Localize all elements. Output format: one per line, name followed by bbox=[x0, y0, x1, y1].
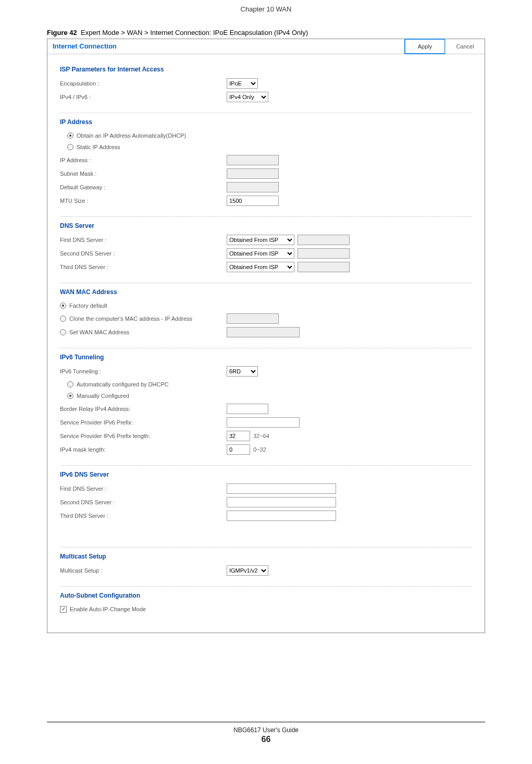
mtu-size-input[interactable] bbox=[227, 196, 279, 206]
sp-prefix-len-label: Service Provider IPv6 Prefix length: bbox=[60, 433, 227, 439]
section-ipv6-dns: IPv6 DNS Server First DNS Server : Secon… bbox=[60, 466, 472, 548]
first-dns-input[interactable] bbox=[298, 235, 350, 245]
ipver-select[interactable]: IPv4 Only bbox=[227, 92, 268, 102]
radio-icon bbox=[67, 144, 73, 150]
radio-factory-label: Factory default bbox=[69, 302, 107, 309]
radio-static[interactable]: Static IP Address bbox=[60, 141, 472, 153]
radio-icon bbox=[67, 381, 73, 387]
radio-static-label: Static IP Address bbox=[77, 144, 120, 150]
multicast-select[interactable]: IGMPv1/v2 bbox=[227, 565, 268, 576]
panel-title: Internet Connection bbox=[47, 39, 405, 54]
section-multicast: Multicast Setup Multicast Setup : IGMPv1… bbox=[60, 548, 472, 587]
clone-mac-ip-input[interactable] bbox=[227, 313, 279, 324]
third-dns-input[interactable] bbox=[298, 262, 350, 272]
section-wan-mac: WAN MAC Address Factory default Clone th… bbox=[60, 283, 472, 348]
radio-factory-default[interactable]: Factory default bbox=[60, 300, 472, 311]
ipv6-third-dns-input[interactable] bbox=[227, 511, 336, 521]
titlebar: Internet Connection Apply Cancel bbox=[47, 39, 485, 54]
section-isp-params: ISP Parameters for Internet Access Encap… bbox=[60, 60, 472, 113]
radio-icon bbox=[67, 393, 73, 399]
border-relay-label: Border Relay IPv4 Address: bbox=[60, 406, 227, 412]
second-dns-label: Second DNS Server : bbox=[60, 250, 227, 257]
cancel-button[interactable]: Cancel bbox=[445, 39, 485, 54]
section-heading-dns: DNS Server bbox=[60, 222, 472, 229]
auto-ip-change-label: Enable Auto-IP-Change Mode bbox=[70, 606, 146, 612]
encapsulation-label: Encapsulation : bbox=[60, 80, 227, 87]
mtu-size-label: MTU Size : bbox=[60, 198, 227, 204]
v4-mask-label: IPv4 mask length: bbox=[60, 446, 227, 453]
section-heading-mac: WAN MAC Address bbox=[60, 288, 472, 296]
encapsulation-select[interactable]: IPoE bbox=[227, 78, 258, 89]
section-heading-tunneling: IPv6 Tunneling bbox=[60, 354, 472, 361]
ipver-label: IPv4 / IPv6 : bbox=[60, 94, 227, 100]
section-heading-autosubnet: Auto-Subnet Configuration bbox=[60, 592, 472, 599]
ipv6-first-dns-label: First DNS Server : bbox=[60, 486, 227, 492]
third-dns-select[interactable]: Obtained From ISP bbox=[227, 262, 294, 272]
sp-prefix-len-hint: 32~64 bbox=[253, 433, 269, 439]
radio-tun-auto[interactable]: Automatically configured by DHCPC bbox=[60, 379, 472, 390]
tunneling-mode-label: IPv6 Tunneling : bbox=[60, 368, 227, 374]
ip-address-label: IP Address : bbox=[60, 157, 227, 163]
footer-guide-title: NBG6617 User's Guide bbox=[0, 726, 532, 734]
figure-caption: Figure 42 Expert Mode > WAN > Internet C… bbox=[47, 29, 485, 37]
radio-icon bbox=[60, 316, 66, 322]
set-wan-mac-input[interactable] bbox=[227, 327, 300, 337]
tunneling-mode-select[interactable]: 6RD bbox=[227, 366, 258, 377]
subnet-mask-label: Subnet Mask : bbox=[60, 171, 227, 177]
page-footer: NBG6617 User's Guide 66 bbox=[0, 722, 532, 755]
radio-setmac-label[interactable]: Set WAN MAC Address bbox=[69, 329, 129, 335]
figure-label: Figure 42 bbox=[47, 29, 77, 37]
radio-tun-manual-label: Manually Configured bbox=[77, 393, 129, 399]
ipv6-first-dns-input[interactable] bbox=[227, 483, 336, 494]
auto-ip-change-checkbox-row[interactable]: Enable Auto-IP-Change Mode bbox=[60, 603, 472, 615]
page-number: 66 bbox=[0, 735, 532, 744]
first-dns-label: First DNS Server : bbox=[60, 237, 227, 243]
third-dns-label: Third DNS Server : bbox=[60, 264, 227, 270]
second-dns-select[interactable]: Obtained From ISP bbox=[227, 248, 294, 259]
radio-tun-manual[interactable]: Manually Configured bbox=[60, 390, 472, 402]
first-dns-select[interactable]: Obtained From ISP bbox=[227, 235, 294, 245]
multicast-label: Multicast Setup : bbox=[60, 567, 227, 574]
sp-prefix-input[interactable] bbox=[227, 417, 300, 428]
section-heading-ipaddr: IP Address bbox=[60, 118, 472, 126]
radio-dhcp-label: Obtain an IP Address Automatically(DHCP) bbox=[77, 132, 186, 139]
apply-button[interactable]: Apply bbox=[404, 39, 446, 54]
section-auto-subnet: Auto-Subnet Configuration Enable Auto-IP… bbox=[60, 587, 472, 623]
ipv6-third-dns-label: Third DNS Server : bbox=[60, 513, 227, 519]
default-gateway-input[interactable] bbox=[227, 182, 279, 192]
section-heading-multicast: Multicast Setup bbox=[60, 553, 472, 560]
internet-connection-panel: Internet Connection Apply Cancel ISP Par… bbox=[47, 39, 485, 633]
sp-prefix-label: Service Provider IPv6 Prefix: bbox=[60, 419, 227, 426]
v4-mask-input[interactable] bbox=[227, 444, 250, 455]
ipv6-second-dns-label: Second DNS Server : bbox=[60, 499, 227, 505]
checkbox-icon bbox=[60, 606, 67, 613]
section-heading-ipv6dns: IPv6 DNS Server bbox=[60, 471, 472, 478]
radio-tun-auto-label: Automatically configured by DHCPC bbox=[77, 381, 169, 387]
second-dns-input[interactable] bbox=[298, 248, 350, 259]
section-ipv6-tunneling: IPv6 Tunneling IPv6 Tunneling : 6RD Auto… bbox=[60, 348, 472, 466]
radio-clone-label[interactable]: Clone the computer's MAC address - IP Ad… bbox=[69, 316, 192, 322]
border-relay-input[interactable] bbox=[227, 404, 268, 414]
ip-address-input[interactable] bbox=[227, 155, 279, 165]
radio-icon bbox=[60, 329, 66, 335]
radio-dhcp[interactable]: Obtain an IP Address Automatically(DHCP) bbox=[60, 130, 472, 141]
figure-caption-text: Expert Mode > WAN > Internet Connection:… bbox=[81, 29, 308, 37]
section-ip-address: IP Address Obtain an IP Address Automati… bbox=[60, 113, 472, 217]
radio-icon bbox=[60, 302, 66, 309]
v4-mask-hint: 0~32 bbox=[253, 446, 266, 453]
subnet-mask-input[interactable] bbox=[227, 168, 279, 179]
section-heading-isp: ISP Parameters for Internet Access bbox=[60, 66, 472, 73]
section-dns-server: DNS Server First DNS Server : Obtained F… bbox=[60, 217, 472, 283]
radio-icon bbox=[67, 132, 73, 139]
sp-prefix-len-input[interactable] bbox=[227, 431, 250, 441]
default-gateway-label: Default Gateway : bbox=[60, 184, 227, 190]
chapter-header: Chapter 10 WAN bbox=[47, 5, 485, 13]
ipv6-second-dns-input[interactable] bbox=[227, 497, 336, 507]
